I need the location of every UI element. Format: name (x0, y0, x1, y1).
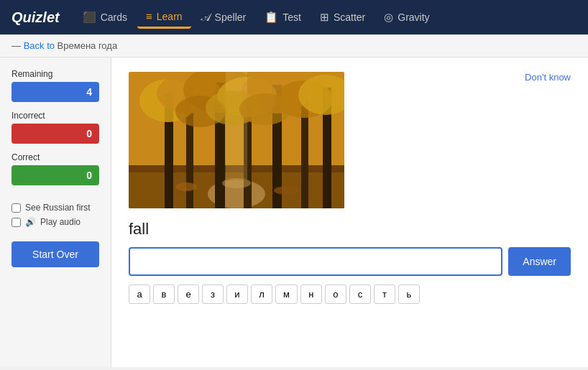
nav-label-scatter: Scatter (334, 11, 365, 23)
nav-item-scatter[interactable]: ⊞ Scatter (311, 6, 374, 29)
nav-item-learn[interactable]: ≡ Learn (137, 6, 191, 29)
keyboard-key[interactable]: е (178, 285, 199, 304)
nav-label-speller: Speller (215, 11, 247, 23)
breadcrumb-set-name: Времена года (58, 40, 118, 51)
keyboard-key[interactable]: м (275, 285, 298, 304)
svg-point-23 (274, 186, 300, 195)
content-top: Don't know (129, 72, 571, 208)
keyboard-key[interactable]: в (153, 285, 175, 304)
cyrillic-keyboard: авезилмность (129, 285, 571, 304)
play-audio-checkbox[interactable] (12, 218, 21, 227)
nav-item-speller[interactable]: 𝒜 Speller (193, 6, 255, 29)
answer-row: Answer (129, 247, 571, 276)
keyboard-key[interactable]: с (349, 285, 371, 304)
logo: Quizlet (12, 9, 60, 26)
see-russian-row[interactable]: See Russian first (12, 203, 99, 213)
svg-point-21 (239, 93, 291, 125)
keyboard-key[interactable]: з (202, 285, 224, 304)
speaker-icon: 🔊 (25, 217, 36, 227)
autumn-image (129, 72, 344, 208)
see-russian-checkbox[interactable] (12, 203, 21, 213)
cards-icon: ⬛ (83, 11, 96, 24)
nav-item-cards[interactable]: ⬛ Cards (74, 6, 136, 29)
remaining-bar: 4 (12, 82, 99, 102)
keyboard-key[interactable]: о (325, 285, 346, 304)
keyboard-key[interactable]: т (374, 285, 395, 304)
play-audio-label: Play audio (40, 217, 81, 227)
nav-label-test: Test (282, 11, 301, 23)
svg-point-24 (222, 178, 251, 188)
scatter-icon: ⊞ (320, 11, 329, 24)
sidebar: Remaining 4 Incorrect 0 Correct 0 See Ru… (0, 57, 111, 367)
breadcrumb-link[interactable]: Back to (24, 40, 58, 51)
see-russian-label: See Russian first (25, 203, 91, 213)
dont-know-button[interactable]: Don't know (525, 72, 571, 83)
svg-rect-18 (226, 72, 247, 180)
options-section: See Russian first 🔊 Play audio (12, 200, 99, 227)
correct-section: Correct 0 (12, 152, 99, 185)
keyboard-key[interactable]: а (129, 285, 150, 304)
correct-value: 0 (86, 170, 92, 181)
header: Quizlet ⬛ Cards ≡ Learn 𝒜 Speller 📋 Test… (0, 0, 588, 34)
incorrect-section: Incorrect 0 (12, 111, 99, 144)
nav-item-gravity[interactable]: ◎ Gravity (375, 6, 438, 29)
main-layout: Remaining 4 Incorrect 0 Correct 0 See Ru… (0, 57, 588, 367)
remaining-value: 4 (86, 86, 92, 98)
correct-bar: 0 (12, 165, 99, 185)
breadcrumb-arrow: — (12, 40, 21, 51)
keyboard-key[interactable]: н (300, 285, 322, 304)
nav-bar: ⬛ Cards ≡ Learn 𝒜 Speller 📋 Test ⊞ Scatt… (74, 6, 438, 29)
start-over-button[interactable]: Start Over (12, 241, 99, 267)
incorrect-value: 0 (86, 128, 92, 139)
keyboard-key[interactable]: ь (398, 285, 420, 304)
incorrect-label: Incorrect (12, 111, 99, 121)
answer-input[interactable] (129, 247, 502, 276)
answer-button[interactable]: Answer (508, 247, 571, 276)
keyboard-key[interactable]: л (251, 285, 272, 304)
remaining-section: Remaining 4 (12, 69, 99, 102)
word-display: fall (129, 220, 571, 239)
svg-point-22 (175, 182, 197, 191)
content-area: Don't know fall Answer авезилмность (111, 57, 588, 367)
autumn-forest-svg (129, 72, 344, 208)
incorrect-bar: 0 (12, 124, 99, 144)
nav-item-test[interactable]: 📋 Test (256, 6, 310, 29)
learn-icon: ≡ (146, 10, 152, 22)
keyboard-key[interactable]: и (226, 285, 248, 304)
speller-icon: 𝒜 (201, 11, 211, 24)
play-audio-row[interactable]: 🔊 Play audio (12, 217, 99, 227)
remaining-label: Remaining (12, 69, 99, 79)
correct-label: Correct (12, 152, 99, 162)
breadcrumb: — Back to Времена года (0, 34, 588, 57)
test-icon: 📋 (265, 11, 278, 24)
gravity-icon: ◎ (384, 11, 393, 24)
nav-label-gravity: Gravity (398, 11, 429, 23)
nav-label-learn: Learn (157, 11, 183, 22)
nav-label-cards: Cards (101, 11, 127, 23)
